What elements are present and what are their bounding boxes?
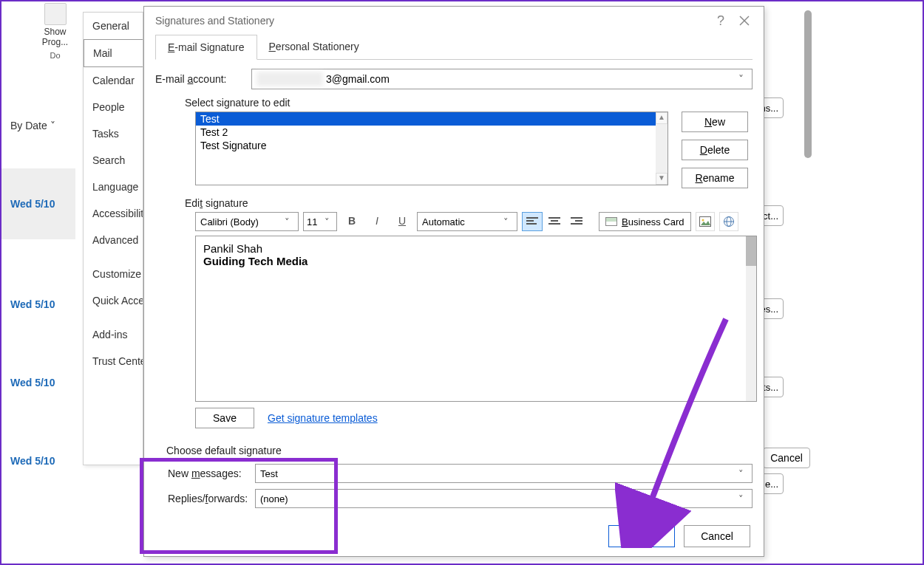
- options-item-customize[interactable]: Customize: [84, 261, 143, 287]
- replies-forwards-label: Replies/forwards:: [166, 493, 255, 504]
- signature-select-row: Test Test 2 Test Signature ▲ ▼ New Delet…: [195, 112, 753, 188]
- options-item-people[interactable]: People: [84, 94, 143, 120]
- date-item: Wed 5/10: [1, 191, 75, 217]
- signature-listbox[interactable]: Test Test 2 Test Signature ▲ ▼: [195, 112, 668, 185]
- chevron-down-icon: ˅: [734, 468, 747, 479]
- close-button[interactable]: [733, 9, 756, 32]
- signature-buttons: New Delete Rename: [682, 112, 748, 188]
- email-account-select[interactable]: 3@gmail.com ˅: [251, 69, 753, 89]
- delete-button[interactable]: Delete: [682, 140, 748, 160]
- align-left-button[interactable]: [522, 212, 543, 231]
- save-row: Save Get signature templates: [195, 408, 753, 428]
- options-item-accessibility[interactable]: Accessibility: [84, 200, 143, 227]
- signature-editor[interactable]: Pankil Shah Guiding Tech Media: [195, 236, 757, 402]
- date-item[interactable]: Wed 5/10: [1, 291, 75, 318]
- date-item[interactable]: Wed 5/10: [1, 448, 75, 474]
- options-item-tasks[interactable]: Tasks: [84, 120, 143, 147]
- align-right-button[interactable]: [566, 212, 587, 231]
- tab-personal-stationery[interactable]: Personal Stationery: [257, 35, 371, 59]
- italic-button[interactable]: I: [367, 212, 387, 231]
- get-templates-link[interactable]: Get signature templates: [268, 412, 378, 424]
- ribbon-item-show-progress[interactable]: ShowProg... Do: [38, 1, 72, 60]
- editor-text-line: Guiding Tech Media: [203, 255, 749, 267]
- replies-forwards-select[interactable]: (none) ˅: [255, 489, 753, 508]
- chevron-down-icon: ˅: [50, 120, 55, 131]
- new-messages-label: New messages:: [166, 468, 255, 479]
- picture-icon: [699, 216, 711, 227]
- options-item-general[interactable]: General: [84, 13, 143, 39]
- options-item-advanced[interactable]: Advanced: [84, 227, 143, 253]
- email-account-label: E-mail account:: [155, 73, 251, 85]
- new-button[interactable]: New: [682, 112, 748, 132]
- underline-button[interactable]: U: [392, 212, 412, 231]
- date-item[interactable]: Wed 5/10: [1, 369, 75, 396]
- signature-item[interactable]: Test 2: [196, 126, 656, 139]
- options-item-language[interactable]: Language: [84, 174, 143, 200]
- email-account-row: E-mail account: 3@gmail.com ˅: [155, 69, 753, 89]
- default-signature-title: Choose default signature: [166, 445, 753, 456]
- signature-item[interactable]: Test: [196, 112, 656, 126]
- chevron-down-icon: ˅: [280, 216, 293, 227]
- new-messages-row: New messages: Test ˅: [166, 464, 753, 483]
- ribbon-label: ShowProg...: [38, 27, 72, 47]
- font-select[interactable]: Calibri (Body) ˅: [195, 212, 299, 231]
- select-value: Test: [260, 468, 278, 479]
- scroll-up-icon[interactable]: ▲: [656, 112, 667, 124]
- align-center-button[interactable]: [544, 212, 565, 231]
- date-list-panel: By Date ˅ Wed 5/10 Wed 5/10 Wed 5/10 Wed…: [1, 112, 75, 565]
- new-messages-select[interactable]: Test ˅: [255, 464, 753, 483]
- scrollbar-thumb[interactable]: [804, 10, 812, 158]
- preview-icon: [44, 3, 67, 25]
- options-item-addins[interactable]: Add-ins: [84, 321, 143, 348]
- replies-forwards-row: Replies/forwards: (none) ˅: [166, 489, 753, 508]
- by-date-button[interactable]: By Date ˅: [1, 112, 75, 139]
- font-value: Calibri (Body): [200, 216, 259, 227]
- ok-button[interactable]: OK: [608, 525, 675, 547]
- dialog-body: E-mail Signature Personal Stationery E-m…: [144, 35, 764, 508]
- close-icon: [739, 16, 750, 26]
- options-item-quickaccess[interactable]: Quick Acce: [84, 287, 143, 314]
- cancel-button[interactable]: Cancel: [684, 525, 750, 547]
- dialog-titlebar: Signatures and Stationery ?: [144, 7, 764, 35]
- font-color-select[interactable]: Automatic ˅: [417, 212, 517, 231]
- dialog-title: Signatures and Stationery: [152, 15, 709, 27]
- signatures-dialog: Signatures and Stationery ? E-mail Signa…: [143, 6, 764, 557]
- align-group: [522, 212, 587, 231]
- tab-email-signature[interactable]: E-mail Signature: [155, 35, 257, 60]
- by-date-label: By Date: [10, 120, 47, 131]
- bg-cancel-button[interactable]: Cancel: [763, 448, 810, 468]
- options-item-trustcenter[interactable]: Trust Cente: [84, 348, 143, 374]
- main-scrollbar[interactable]: [803, 10, 813, 439]
- options-item-calendar[interactable]: Calendar: [84, 67, 143, 94]
- format-toolbar: Calibri (Body) ˅ 11 ˅ B I U Automatic ˅: [195, 212, 753, 231]
- editor-scrollbar[interactable]: [746, 236, 756, 401]
- help-button[interactable]: ?: [709, 9, 733, 32]
- edit-signature-label: Edit signature: [185, 197, 753, 209]
- svg-point-3: [702, 219, 704, 222]
- chevron-down-icon: ˅: [734, 73, 747, 85]
- insert-picture-button[interactable]: [696, 212, 715, 231]
- business-card-icon: [605, 217, 617, 226]
- rename-button[interactable]: Rename: [682, 168, 748, 188]
- signature-item[interactable]: Test Signature: [196, 139, 656, 152]
- size-value: 11: [307, 216, 317, 227]
- blurred-text: [257, 72, 323, 86]
- business-card-button[interactable]: Business Card: [599, 212, 691, 231]
- options-item-search[interactable]: Search: [84, 147, 143, 174]
- date-item[interactable]: 4/30/2023: [1, 555, 75, 565]
- chevron-down-icon: ˅: [734, 493, 747, 504]
- scroll-down-icon[interactable]: ▼: [656, 173, 667, 185]
- options-sidebar: General Mail Calendar People Tasks Searc…: [83, 12, 143, 465]
- bold-button[interactable]: B: [342, 212, 362, 231]
- listbox-scrollbar[interactable]: ▲ ▼: [656, 112, 667, 185]
- scrollbar-thumb[interactable]: [746, 236, 756, 266]
- ribbon-footer: Do: [38, 51, 72, 60]
- options-item-mail[interactable]: Mail: [84, 39, 143, 67]
- font-size-select[interactable]: 11 ˅: [303, 212, 337, 231]
- select-signature-label: Select signature to edit: [185, 97, 753, 109]
- chevron-down-icon: ˅: [499, 216, 512, 227]
- account-value: 3@gmail.com: [326, 73, 390, 85]
- date-row-selected[interactable]: Wed 5/10: [1, 168, 75, 239]
- save-button[interactable]: Save: [195, 408, 254, 428]
- insert-link-button[interactable]: [719, 212, 738, 231]
